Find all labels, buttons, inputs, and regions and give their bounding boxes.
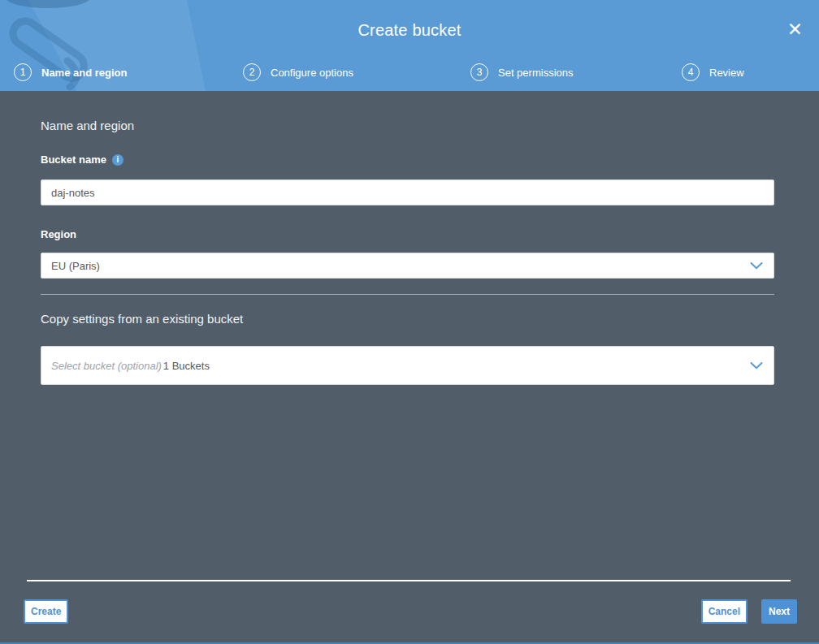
modal-title: Create bucket [0,21,819,40]
bucket-name-label-row: Bucket name i [41,153,774,166]
next-button[interactable]: Next [761,599,797,624]
step-number-badge: 1 [14,63,32,81]
wizard-stepper: 1 Name and region 2 Configure options 3 … [0,54,819,91]
cancel-button[interactable]: Cancel [701,599,748,624]
step-set-permissions[interactable]: 3 Set permissions [470,54,573,91]
region-label: Region [41,228,774,240]
bucket-name-label: Bucket name [41,153,106,166]
step-configure-options[interactable]: 2 Configure options [243,54,353,91]
chevron-down-icon [750,362,763,370]
step-label: Name and region [41,67,127,79]
step-review[interactable]: 4 Review [682,54,744,91]
bucket-count-label: 1 Buckets [163,360,210,372]
step-number-badge: 3 [470,63,488,81]
close-icon[interactable]: ✕ [782,19,808,41]
step-number-badge: 4 [682,63,700,81]
section-heading-name-and-region: Name and region [41,119,774,132]
bucket-select[interactable]: Select bucket (optional) 1 Buckets [41,346,774,385]
step-label: Set permissions [498,67,573,79]
step-number-badge: 2 [243,63,261,81]
bucket-select-placeholder: Select bucket (optional) [51,360,162,372]
footer-divider [27,580,791,581]
copy-settings-heading: Copy settings from an existing bucket [41,312,774,326]
bucket-name-input[interactable] [41,179,774,205]
form-content: Name and region Bucket name i Region EU … [41,91,774,385]
region-select-value: EU (Paris) [51,260,100,272]
chevron-down-icon [750,262,763,270]
create-button[interactable]: Create [24,599,68,624]
step-name-and-region[interactable]: 1 Name and region [14,54,127,91]
section-divider [41,294,774,295]
create-bucket-modal: Create bucket ✕ 1 Name and region 2 Conf… [0,0,819,644]
step-label: Review [709,67,744,79]
modal-header: Create bucket ✕ 1 Name and region 2 Conf… [0,0,819,91]
step-label: Configure options [271,67,353,79]
region-select[interactable]: EU (Paris) [41,253,774,279]
info-icon[interactable]: i [112,154,124,166]
